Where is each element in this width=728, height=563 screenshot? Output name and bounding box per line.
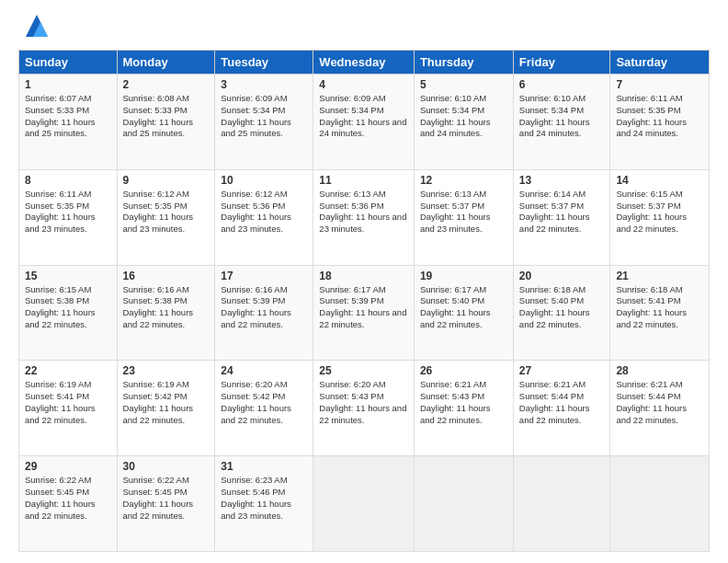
calendar-cell: 13Sunrise: 6:14 AMSunset: 5:37 PMDayligh… xyxy=(513,169,610,265)
day-number: 16 xyxy=(123,270,210,282)
day-number: 7 xyxy=(616,78,703,91)
day-number: 18 xyxy=(319,270,408,282)
cell-text: Sunrise: 6:09 AMSunset: 5:34 PMDaylight:… xyxy=(221,93,291,138)
day-number: 14 xyxy=(616,174,703,187)
header-cell-sunday: Sunday xyxy=(19,51,118,75)
day-number: 28 xyxy=(616,364,703,377)
calendar-cell: 12Sunrise: 6:13 AMSunset: 5:37 PMDayligh… xyxy=(414,169,513,265)
cell-text: Sunrise: 6:12 AMSunset: 5:35 PMDaylight:… xyxy=(123,189,194,234)
day-number: 8 xyxy=(25,174,111,187)
calendar-cell: 8Sunrise: 6:11 AMSunset: 5:35 PMDaylight… xyxy=(19,169,118,265)
day-number: 26 xyxy=(420,364,507,377)
header-row: SundayMondayTuesdayWednesdayThursdayFrid… xyxy=(19,51,710,75)
day-number: 5 xyxy=(420,78,507,91)
cell-text: Sunrise: 6:15 AMSunset: 5:37 PMDaylight:… xyxy=(616,189,687,234)
calendar-cell: 21Sunrise: 6:18 AMSunset: 5:41 PMDayligh… xyxy=(610,265,710,361)
cell-text: Sunrise: 6:18 AMSunset: 5:40 PMDaylight:… xyxy=(519,284,590,329)
cell-text: Sunrise: 6:21 AMSunset: 5:44 PMDaylight:… xyxy=(616,379,687,424)
calendar-cell: 10Sunrise: 6:12 AMSunset: 5:36 PMDayligh… xyxy=(215,169,313,265)
week-row-5: 29Sunrise: 6:22 AMSunset: 5:45 PMDayligh… xyxy=(19,456,710,552)
day-number: 2 xyxy=(123,78,210,91)
week-row-4: 22Sunrise: 6:19 AMSunset: 5:41 PMDayligh… xyxy=(19,361,710,456)
day-number: 1 xyxy=(25,78,111,91)
calendar-cell: 7Sunrise: 6:11 AMSunset: 5:35 PMDaylight… xyxy=(610,75,710,170)
day-number: 22 xyxy=(25,364,111,377)
logo-icon xyxy=(22,11,51,40)
day-number: 10 xyxy=(221,174,307,187)
calendar-cell: 29Sunrise: 6:22 AMSunset: 5:45 PMDayligh… xyxy=(19,456,118,552)
cell-text: Sunrise: 6:22 AMSunset: 5:45 PMDaylight:… xyxy=(123,475,194,520)
cell-text: Sunrise: 6:13 AMSunset: 5:36 PMDaylight:… xyxy=(319,189,406,234)
calendar-table: SundayMondayTuesdayWednesdayThursdayFrid… xyxy=(18,50,710,552)
page: SundayMondayTuesdayWednesdayThursdayFrid… xyxy=(0,0,728,563)
day-number: 15 xyxy=(25,270,111,282)
cell-text: Sunrise: 6:21 AMSunset: 5:44 PMDaylight:… xyxy=(519,379,590,424)
day-number: 12 xyxy=(420,174,507,187)
calendar-cell xyxy=(414,456,513,552)
cell-text: Sunrise: 6:11 AMSunset: 5:35 PMDaylight:… xyxy=(616,93,687,138)
calendar-cell: 14Sunrise: 6:15 AMSunset: 5:37 PMDayligh… xyxy=(610,169,710,265)
calendar-cell xyxy=(313,456,415,552)
day-number: 21 xyxy=(616,270,703,282)
calendar-cell: 17Sunrise: 6:16 AMSunset: 5:39 PMDayligh… xyxy=(215,265,313,361)
calendar-cell: 1Sunrise: 6:07 AMSunset: 5:33 PMDaylight… xyxy=(19,75,118,170)
day-number: 20 xyxy=(519,270,605,282)
calendar-cell: 4Sunrise: 6:09 AMSunset: 5:34 PMDaylight… xyxy=(313,75,415,170)
week-row-1: 1Sunrise: 6:07 AMSunset: 5:33 PMDaylight… xyxy=(19,75,710,170)
calendar-cell: 28Sunrise: 6:21 AMSunset: 5:44 PMDayligh… xyxy=(610,361,710,456)
cell-text: Sunrise: 6:20 AMSunset: 5:43 PMDaylight:… xyxy=(319,379,406,424)
cell-text: Sunrise: 6:19 AMSunset: 5:42 PMDaylight:… xyxy=(123,379,194,424)
calendar-cell: 23Sunrise: 6:19 AMSunset: 5:42 PMDayligh… xyxy=(117,361,215,456)
cell-text: Sunrise: 6:09 AMSunset: 5:34 PMDaylight:… xyxy=(319,93,406,138)
calendar-cell: 26Sunrise: 6:21 AMSunset: 5:43 PMDayligh… xyxy=(414,361,513,456)
cell-text: Sunrise: 6:10 AMSunset: 5:34 PMDaylight:… xyxy=(420,93,491,138)
calendar-cell: 24Sunrise: 6:20 AMSunset: 5:42 PMDayligh… xyxy=(215,361,313,456)
cell-text: Sunrise: 6:12 AMSunset: 5:36 PMDaylight:… xyxy=(221,189,291,234)
day-number: 24 xyxy=(221,364,307,377)
cell-text: Sunrise: 6:18 AMSunset: 5:41 PMDaylight:… xyxy=(616,284,687,329)
header-cell-saturday: Saturday xyxy=(610,51,710,75)
calendar-cell: 16Sunrise: 6:16 AMSunset: 5:38 PMDayligh… xyxy=(117,265,215,361)
cell-text: Sunrise: 6:08 AMSunset: 5:33 PMDaylight:… xyxy=(123,93,194,138)
calendar-cell: 30Sunrise: 6:22 AMSunset: 5:45 PMDayligh… xyxy=(117,456,215,552)
calendar-cell: 3Sunrise: 6:09 AMSunset: 5:34 PMDaylight… xyxy=(215,75,313,170)
day-number: 11 xyxy=(319,174,408,187)
header-cell-monday: Monday xyxy=(117,51,215,75)
day-number: 25 xyxy=(319,364,408,377)
day-number: 17 xyxy=(221,270,307,282)
week-row-3: 15Sunrise: 6:15 AMSunset: 5:38 PMDayligh… xyxy=(19,265,710,361)
cell-text: Sunrise: 6:22 AMSunset: 5:45 PMDaylight:… xyxy=(25,475,96,520)
day-number: 30 xyxy=(123,460,210,473)
day-number: 23 xyxy=(123,364,210,377)
cell-text: Sunrise: 6:15 AMSunset: 5:38 PMDaylight:… xyxy=(25,284,96,329)
calendar-cell xyxy=(513,456,610,552)
calendar-cell: 25Sunrise: 6:20 AMSunset: 5:43 PMDayligh… xyxy=(313,361,415,456)
cell-text: Sunrise: 6:11 AMSunset: 5:35 PMDaylight:… xyxy=(25,189,96,234)
header-cell-thursday: Thursday xyxy=(414,51,513,75)
cell-text: Sunrise: 6:13 AMSunset: 5:37 PMDaylight:… xyxy=(420,189,491,234)
cell-text: Sunrise: 6:10 AMSunset: 5:34 PMDaylight:… xyxy=(519,93,590,138)
header xyxy=(18,15,710,40)
cell-text: Sunrise: 6:23 AMSunset: 5:46 PMDaylight:… xyxy=(221,475,291,520)
day-number: 9 xyxy=(123,174,210,187)
cell-text: Sunrise: 6:17 AMSunset: 5:40 PMDaylight:… xyxy=(420,284,491,329)
calendar-cell: 9Sunrise: 6:12 AMSunset: 5:35 PMDaylight… xyxy=(117,169,215,265)
cell-text: Sunrise: 6:14 AMSunset: 5:37 PMDaylight:… xyxy=(519,189,590,234)
calendar-cell: 22Sunrise: 6:19 AMSunset: 5:41 PMDayligh… xyxy=(19,361,118,456)
calendar-cell: 31Sunrise: 6:23 AMSunset: 5:46 PMDayligh… xyxy=(215,456,313,552)
header-cell-tuesday: Tuesday xyxy=(215,51,313,75)
cell-text: Sunrise: 6:17 AMSunset: 5:39 PMDaylight:… xyxy=(319,284,406,329)
calendar-cell: 27Sunrise: 6:21 AMSunset: 5:44 PMDayligh… xyxy=(513,361,610,456)
calendar-cell: 2Sunrise: 6:08 AMSunset: 5:33 PMDaylight… xyxy=(117,75,215,170)
week-row-2: 8Sunrise: 6:11 AMSunset: 5:35 PMDaylight… xyxy=(19,169,710,265)
cell-text: Sunrise: 6:16 AMSunset: 5:38 PMDaylight:… xyxy=(123,284,194,329)
day-number: 13 xyxy=(519,174,605,187)
calendar-cell: 15Sunrise: 6:15 AMSunset: 5:38 PMDayligh… xyxy=(19,265,118,361)
day-number: 27 xyxy=(519,364,605,377)
cell-text: Sunrise: 6:20 AMSunset: 5:42 PMDaylight:… xyxy=(221,379,291,424)
day-number: 3 xyxy=(221,78,307,91)
cell-text: Sunrise: 6:07 AMSunset: 5:33 PMDaylight:… xyxy=(25,93,96,138)
day-number: 19 xyxy=(420,270,507,282)
calendar-cell: 19Sunrise: 6:17 AMSunset: 5:40 PMDayligh… xyxy=(414,265,513,361)
cell-text: Sunrise: 6:19 AMSunset: 5:41 PMDaylight:… xyxy=(25,379,96,424)
